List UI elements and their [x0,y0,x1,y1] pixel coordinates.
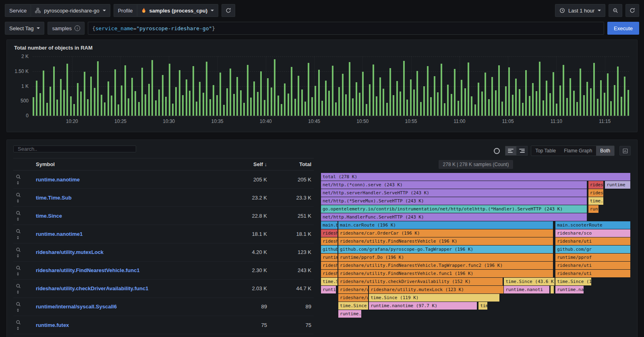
flame-block[interactable]: net/http.HandlerFunc.ServeHTTP (243 K) [321,213,587,221]
flame-block[interactable]: main.b [321,221,338,229]
flame-block[interactable]: time [478,302,487,310]
sandwich-view-icon[interactable] [16,289,20,295]
symbol-link[interactable]: runtime.nanotime [36,177,80,183]
flame-block[interactable]: rideshare/uti [555,270,630,277]
flame-block[interactable]: main.scooterRoute [555,221,630,229]
sandwich-view-icon[interactable] [16,180,20,185]
flame-block[interactable]: runtime/pprof [555,254,630,261]
time-range-picker[interactable]: Last 1 hour [555,4,605,17]
sync-button[interactable] [625,4,639,17]
sandwich-view-icon[interactable] [16,198,20,204]
flame-block[interactable]: ridesh [321,270,338,277]
symbol-link[interactable]: time.Time.Sub [36,195,72,201]
flame-block[interactable]: runtime.nanoti [504,286,549,293]
flame-block[interactable]: total (278 K) [321,173,630,181]
x-axis-label: 11:15 [599,119,611,124]
flame-block[interactable]: ridesh [321,262,338,269]
flame-block[interactable] [551,286,554,293]
flame-block[interactable]: ridesh [588,181,603,189]
flame-block[interactable]: rideshare/sco [555,229,630,237]
flame-block[interactable]: runtime.nanotime (97.7 K) [369,302,477,310]
focus-search-icon[interactable] [16,247,21,252]
symbol-link[interactable]: runtime.futex [36,322,69,328]
symbol-link[interactable]: runtime/internal/syscall.Syscall6 [36,304,117,310]
sandwich-view-icon[interactable] [16,235,20,240]
flamegraph-section: Top TableFlame GraphBoth 278 K | 278 K s… [321,146,631,335]
focus-search-icon[interactable] [16,174,21,179]
flame-block[interactable]: runtime.na [555,286,584,293]
symbol-link[interactable]: runtime.nanotime1 [36,231,83,237]
flame-block[interactable]: rideshare/utility.FindNearestVehicle.fun… [338,270,553,277]
view-option-top-table[interactable]: Top Table [531,146,560,156]
symbol-link[interactable]: time.Since [36,213,62,219]
flame-block[interactable]: runti [588,205,598,213]
flame-block[interactable]: github.com/grafana/pyroscope-go.TagWrapp… [338,245,553,253]
sandwich-view-icon[interactable] [16,326,20,331]
flame-block[interactable]: net/http.(*conn).serve (243 K) [321,181,587,189]
symbol-link[interactable]: rideshare/utility.mutexLock [36,249,104,255]
symbol-link[interactable]: rideshare/utility.FindNearestVehicle.fun… [36,267,140,273]
focus-search-icon[interactable] [16,210,21,216]
align-right-button[interactable] [516,146,528,156]
flame-block[interactable]: time.S [588,197,603,205]
focus-search-icon[interactable] [16,265,21,270]
sandwich-view-icon[interactable] [16,308,20,313]
flame-block[interactable]: ridesh [588,189,603,197]
view-option-flame-graph[interactable]: Flame Graph [560,146,596,156]
self-column-header[interactable]: Self ↓ [221,158,269,171]
flame-block[interactable]: rideshare/utility.FindNearestVehicle.Tag… [338,262,553,269]
flame-block[interactable]: net/http.(*ServeMux).ServeHTTP (243 K) [321,197,587,205]
focus-search-icon[interactable] [16,302,21,307]
flame-block[interactable]: time.Since (119 K) [369,294,499,302]
color-scheme-toggle[interactable] [491,146,502,156]
flame-block[interactable]: rideshare/utility.FindNearestVehicle (19… [338,237,553,245]
flame-block[interactable]: runtim [321,254,338,261]
flame-block[interactable]: rideshare/uti [555,237,630,245]
flame-block[interactable]: ridesh [321,237,338,245]
flame-block[interactable]: github.com/gr [555,245,630,253]
flame-block[interactable]: time.S [321,278,338,285]
flame-block[interactable]: runtime.n [338,310,361,318]
flame-block[interactable]: rideshare/utility.mutexLock (123 K) [369,286,503,293]
service-dropdown[interactable]: pyroscope-rideshare-go [31,4,110,17]
view-option-both[interactable]: Both [596,146,614,156]
flame-block[interactable]: time.Since (43.6 K) [504,278,555,285]
flame-block[interactable]: rideshare/utility.checkDriverAvailabilit… [338,278,503,285]
flame-block[interactable]: go.opentelemetry.io/contrib/instrumentat… [321,205,587,213]
zoom-out-button[interactable] [609,4,622,17]
focus-search-icon[interactable] [16,320,21,325]
execute-button[interactable]: Execute [607,22,639,35]
sandwich-view-icon[interactable] [16,216,20,222]
refresh-button[interactable] [222,4,235,17]
search-input[interactable] [13,146,136,152]
flame-block[interactable]: ridesh [321,229,338,237]
total-column-header[interactable]: Total [269,158,314,171]
focus-search-icon[interactable] [16,229,21,234]
flame-block[interactable]: rideshare/uti [555,262,630,269]
symbol-column-header[interactable]: Symbol [33,158,221,171]
profile-dropdown[interactable]: samples (process_cpu) [137,4,219,17]
flame-block[interactable]: runtime/pprof.Do (196 K) [338,254,553,261]
flame-block[interactable]: rideshare/ut [338,286,368,293]
flame-block[interactable]: time.Since [338,302,368,310]
flame-block[interactable]: time.Since (1 [555,278,591,285]
flame-block[interactable]: rideshare/ut [338,294,368,302]
flame-block[interactable]: net/http.serverHandler.ServeHTTP (243 K) [321,189,587,197]
sandwich-view-icon[interactable] [16,271,20,277]
metric-chip[interactable]: samples i [48,22,84,35]
flame-block[interactable]: github [321,245,338,253]
align-left-button[interactable] [505,146,516,156]
flame-block[interactable]: runtime [605,181,630,189]
flame-block[interactable]: main.carRoute (196 K) [338,221,553,229]
export-panel-button[interactable] [619,146,631,156]
select-tag-dropdown[interactable]: Select Tag [5,22,44,35]
focus-search-icon[interactable] [16,283,21,289]
chart-bar [199,82,201,116]
flame-block[interactable]: runti [321,286,336,293]
symbol-link[interactable]: rideshare/utility.checkDriverAvailabilit… [36,285,148,291]
query-input[interactable]: { service_name = "pyroscope-rideshare-go… [88,22,604,35]
flame-block[interactable]: rideshare/car.OrderCar (196 K) [338,229,553,237]
chart-bar [172,104,174,116]
focus-search-icon[interactable] [16,192,21,198]
sandwich-view-icon[interactable] [16,253,20,258]
